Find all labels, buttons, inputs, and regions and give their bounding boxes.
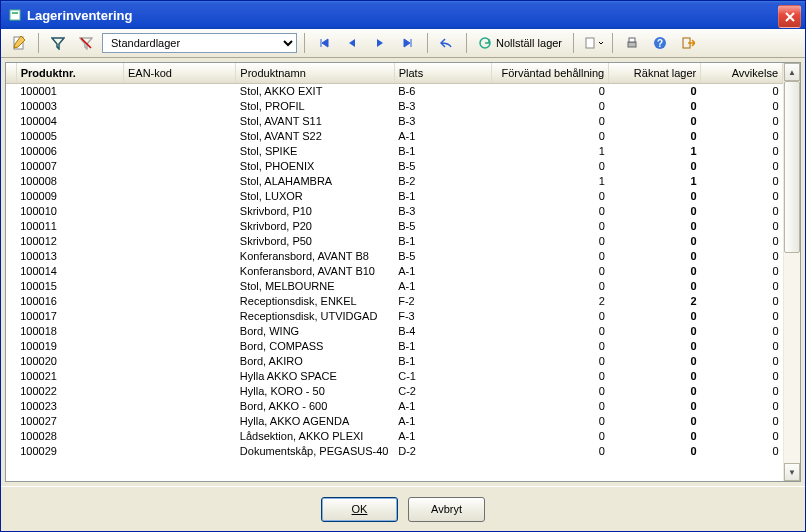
reset-stock-button[interactable]: Nollställ lager [474,32,566,54]
cell-product-no[interactable]: 100011 [16,219,123,234]
cell-location[interactable]: D-2 [394,444,491,459]
cell-product-no[interactable]: 100014 [16,264,123,279]
cell-counted[interactable]: 1 [609,174,701,189]
row-handle[interactable] [6,264,16,279]
cell-ean[interactable] [123,444,235,459]
cell-expected[interactable]: 1 [491,174,608,189]
inventory-table[interactable]: Produktnr. EAN-kod Produktnamn Plats För… [6,63,783,459]
cell-ean[interactable] [123,429,235,444]
cell-deviation[interactable]: 0 [701,234,783,249]
row-handle[interactable] [6,294,16,309]
scroll-up-button[interactable]: ▲ [784,63,800,81]
cell-deviation[interactable]: 0 [701,399,783,414]
table-row[interactable]: 100009Stol, LUXORB-1000 [6,189,783,204]
cell-ean[interactable] [123,324,235,339]
col-name[interactable]: Produktnamn [236,63,394,84]
cell-expected[interactable]: 0 [491,114,608,129]
cell-name[interactable]: Stol, AVANT S11 [236,114,394,129]
cell-name[interactable]: Bord, COMPASS [236,339,394,354]
cell-location[interactable]: B-3 [394,99,491,114]
row-handle[interactable] [6,219,16,234]
row-handle[interactable] [6,114,16,129]
row-handle[interactable] [6,144,16,159]
cell-location[interactable]: F-3 [394,309,491,324]
cell-expected[interactable]: 0 [491,249,608,264]
cell-expected[interactable]: 0 [491,339,608,354]
cell-counted[interactable]: 0 [609,129,701,144]
cell-ean[interactable] [123,159,235,174]
table-row[interactable]: 100015Stol, MELBOURNEA-1000 [6,279,783,294]
cell-counted[interactable]: 0 [609,204,701,219]
cell-location[interactable]: A-1 [394,129,491,144]
cell-ean[interactable] [123,189,235,204]
cell-deviation[interactable]: 0 [701,174,783,189]
exit-button[interactable] [676,31,700,55]
cell-expected[interactable]: 2 [491,294,608,309]
cell-location[interactable]: F-2 [394,294,491,309]
cell-name[interactable]: Stol, PROFIL [236,99,394,114]
edit-button[interactable] [7,31,31,55]
table-row[interactable]: 100029Dokumentskåp, PEGASUS-40D-2000 [6,444,783,459]
cell-location[interactable]: B-1 [394,189,491,204]
cell-ean[interactable] [123,294,235,309]
table-row[interactable]: 100027Hylla, AKKO AGENDAA-1000 [6,414,783,429]
cell-location[interactable]: C-1 [394,369,491,384]
table-row[interactable]: 100006Stol, SPIKEB-1110 [6,144,783,159]
cell-counted[interactable]: 1 [609,144,701,159]
table-row[interactable]: 100018Bord, WINGB-4000 [6,324,783,339]
cell-deviation[interactable]: 0 [701,159,783,174]
cell-ean[interactable] [123,219,235,234]
cell-counted[interactable]: 0 [609,249,701,264]
table-header-row[interactable]: Produktnr. EAN-kod Produktnamn Plats För… [6,63,783,84]
cell-location[interactable]: B-1 [394,339,491,354]
col-counted[interactable]: Räknat lager [609,63,701,84]
cell-product-no[interactable]: 100028 [16,429,123,444]
cell-product-no[interactable]: 100009 [16,189,123,204]
cell-deviation[interactable]: 0 [701,84,783,100]
cell-deviation[interactable]: 0 [701,339,783,354]
cell-location[interactable]: B-6 [394,84,491,100]
cell-name[interactable]: Lådsektion, AKKO PLEXI [236,429,394,444]
cell-counted[interactable]: 0 [609,114,701,129]
cell-expected[interactable]: 0 [491,384,608,399]
cell-deviation[interactable]: 0 [701,369,783,384]
cell-ean[interactable] [123,99,235,114]
cell-product-no[interactable]: 100001 [16,84,123,100]
next-button[interactable] [368,31,392,55]
cell-counted[interactable]: 0 [609,279,701,294]
cell-deviation[interactable]: 0 [701,99,783,114]
cell-ean[interactable] [123,144,235,159]
cell-product-no[interactable]: 100013 [16,249,123,264]
cell-product-no[interactable]: 100019 [16,339,123,354]
cell-counted[interactable]: 0 [609,159,701,174]
row-handle[interactable] [6,249,16,264]
cell-location[interactable]: B-3 [394,204,491,219]
cell-counted[interactable]: 0 [609,339,701,354]
last-button[interactable] [396,31,420,55]
row-handle[interactable] [6,339,16,354]
cell-ean[interactable] [123,264,235,279]
cell-name[interactable]: Hylla AKKO SPACE [236,369,394,384]
cell-location[interactable]: A-1 [394,264,491,279]
cell-deviation[interactable]: 0 [701,429,783,444]
cell-deviation[interactable]: 0 [701,249,783,264]
cell-name[interactable]: Skrivbord, P10 [236,204,394,219]
cell-expected[interactable]: 0 [491,324,608,339]
scroll-track[interactable] [784,81,800,463]
cell-product-no[interactable]: 100017 [16,309,123,324]
cell-ean[interactable] [123,249,235,264]
col-location[interactable]: Plats [394,63,491,84]
cell-expected[interactable]: 0 [491,414,608,429]
print-button[interactable] [620,31,644,55]
row-handle[interactable] [6,279,16,294]
table-row[interactable]: 100007Stol, PHOENIXB-5000 [6,159,783,174]
row-handle[interactable] [6,414,16,429]
cell-deviation[interactable]: 0 [701,324,783,339]
cell-product-no[interactable]: 100004 [16,114,123,129]
cell-expected[interactable]: 0 [491,99,608,114]
cell-product-no[interactable]: 100010 [16,204,123,219]
scroll-thumb[interactable] [784,81,800,253]
cell-product-no[interactable]: 100016 [16,294,123,309]
cell-ean[interactable] [123,414,235,429]
cell-name[interactable]: Receptionsdisk, UTVIDGAD [236,309,394,324]
